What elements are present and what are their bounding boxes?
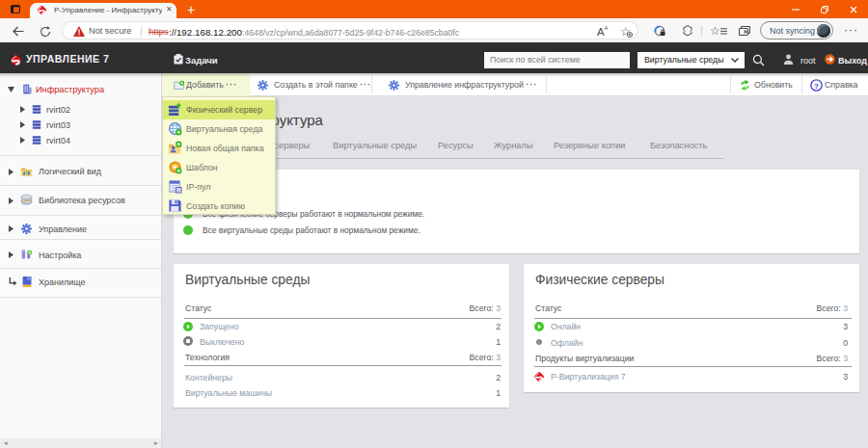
svg-text:?: ? [814,82,819,91]
